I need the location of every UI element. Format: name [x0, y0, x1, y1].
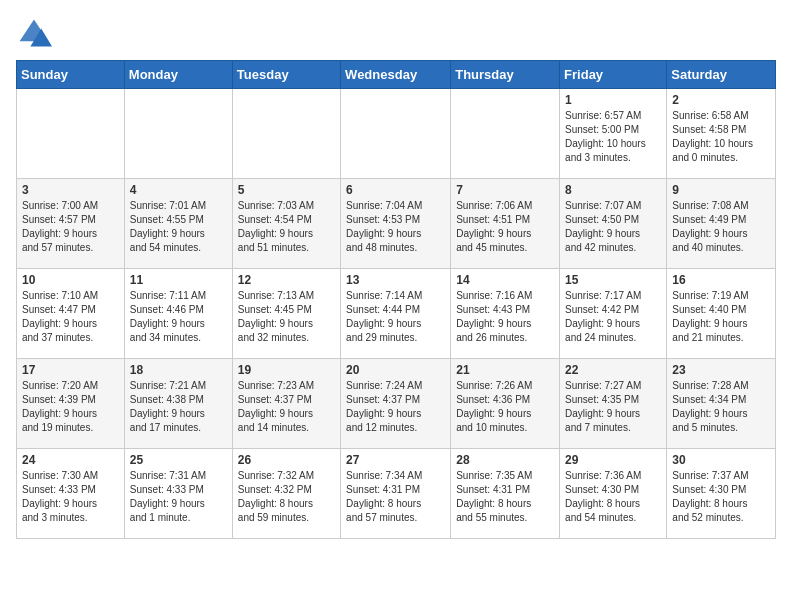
day-info: Sunrise: 7:00 AM Sunset: 4:57 PM Dayligh…	[22, 199, 119, 255]
calendar-cell: 28Sunrise: 7:35 AM Sunset: 4:31 PM Dayli…	[451, 449, 560, 539]
day-info: Sunrise: 6:57 AM Sunset: 5:00 PM Dayligh…	[565, 109, 661, 165]
calendar-header-saturday: Saturday	[667, 61, 776, 89]
day-info: Sunrise: 7:20 AM Sunset: 4:39 PM Dayligh…	[22, 379, 119, 435]
calendar-cell: 20Sunrise: 7:24 AM Sunset: 4:37 PM Dayli…	[341, 359, 451, 449]
day-number: 9	[672, 183, 770, 197]
day-info: Sunrise: 7:36 AM Sunset: 4:30 PM Dayligh…	[565, 469, 661, 525]
day-info: Sunrise: 7:03 AM Sunset: 4:54 PM Dayligh…	[238, 199, 335, 255]
calendar-cell: 23Sunrise: 7:28 AM Sunset: 4:34 PM Dayli…	[667, 359, 776, 449]
day-number: 28	[456, 453, 554, 467]
calendar-week-4: 17Sunrise: 7:20 AM Sunset: 4:39 PM Dayli…	[17, 359, 776, 449]
day-info: Sunrise: 7:10 AM Sunset: 4:47 PM Dayligh…	[22, 289, 119, 345]
calendar-cell	[232, 89, 340, 179]
day-info: Sunrise: 7:28 AM Sunset: 4:34 PM Dayligh…	[672, 379, 770, 435]
calendar-header-friday: Friday	[560, 61, 667, 89]
day-info: Sunrise: 7:24 AM Sunset: 4:37 PM Dayligh…	[346, 379, 445, 435]
calendar-cell: 12Sunrise: 7:13 AM Sunset: 4:45 PM Dayli…	[232, 269, 340, 359]
calendar-week-5: 24Sunrise: 7:30 AM Sunset: 4:33 PM Dayli…	[17, 449, 776, 539]
day-number: 7	[456, 183, 554, 197]
day-number: 15	[565, 273, 661, 287]
calendar-cell	[124, 89, 232, 179]
calendar-cell: 13Sunrise: 7:14 AM Sunset: 4:44 PM Dayli…	[341, 269, 451, 359]
calendar-cell: 1Sunrise: 6:57 AM Sunset: 5:00 PM Daylig…	[560, 89, 667, 179]
calendar-cell	[451, 89, 560, 179]
calendar: SundayMondayTuesdayWednesdayThursdayFrid…	[16, 60, 776, 539]
calendar-cell: 2Sunrise: 6:58 AM Sunset: 4:58 PM Daylig…	[667, 89, 776, 179]
day-info: Sunrise: 7:32 AM Sunset: 4:32 PM Dayligh…	[238, 469, 335, 525]
calendar-header-tuesday: Tuesday	[232, 61, 340, 89]
calendar-header-sunday: Sunday	[17, 61, 125, 89]
calendar-cell: 29Sunrise: 7:36 AM Sunset: 4:30 PM Dayli…	[560, 449, 667, 539]
calendar-cell: 22Sunrise: 7:27 AM Sunset: 4:35 PM Dayli…	[560, 359, 667, 449]
day-info: Sunrise: 7:13 AM Sunset: 4:45 PM Dayligh…	[238, 289, 335, 345]
day-info: Sunrise: 7:01 AM Sunset: 4:55 PM Dayligh…	[130, 199, 227, 255]
day-number: 18	[130, 363, 227, 377]
calendar-cell: 19Sunrise: 7:23 AM Sunset: 4:37 PM Dayli…	[232, 359, 340, 449]
day-number: 6	[346, 183, 445, 197]
day-info: Sunrise: 6:58 AM Sunset: 4:58 PM Dayligh…	[672, 109, 770, 165]
calendar-cell: 11Sunrise: 7:11 AM Sunset: 4:46 PM Dayli…	[124, 269, 232, 359]
day-number: 23	[672, 363, 770, 377]
day-info: Sunrise: 7:08 AM Sunset: 4:49 PM Dayligh…	[672, 199, 770, 255]
day-number: 2	[672, 93, 770, 107]
calendar-cell: 18Sunrise: 7:21 AM Sunset: 4:38 PM Dayli…	[124, 359, 232, 449]
day-number: 25	[130, 453, 227, 467]
day-info: Sunrise: 7:21 AM Sunset: 4:38 PM Dayligh…	[130, 379, 227, 435]
day-info: Sunrise: 7:14 AM Sunset: 4:44 PM Dayligh…	[346, 289, 445, 345]
day-info: Sunrise: 7:06 AM Sunset: 4:51 PM Dayligh…	[456, 199, 554, 255]
calendar-cell	[341, 89, 451, 179]
calendar-cell: 21Sunrise: 7:26 AM Sunset: 4:36 PM Dayli…	[451, 359, 560, 449]
day-number: 4	[130, 183, 227, 197]
day-number: 30	[672, 453, 770, 467]
day-number: 5	[238, 183, 335, 197]
logo	[16, 16, 56, 52]
calendar-cell: 25Sunrise: 7:31 AM Sunset: 4:33 PM Dayli…	[124, 449, 232, 539]
calendar-cell: 7Sunrise: 7:06 AM Sunset: 4:51 PM Daylig…	[451, 179, 560, 269]
day-number: 11	[130, 273, 227, 287]
day-number: 16	[672, 273, 770, 287]
day-number: 20	[346, 363, 445, 377]
day-info: Sunrise: 7:37 AM Sunset: 4:30 PM Dayligh…	[672, 469, 770, 525]
day-info: Sunrise: 7:35 AM Sunset: 4:31 PM Dayligh…	[456, 469, 554, 525]
calendar-cell: 16Sunrise: 7:19 AM Sunset: 4:40 PM Dayli…	[667, 269, 776, 359]
day-info: Sunrise: 7:30 AM Sunset: 4:33 PM Dayligh…	[22, 469, 119, 525]
calendar-cell: 17Sunrise: 7:20 AM Sunset: 4:39 PM Dayli…	[17, 359, 125, 449]
logo-icon	[16, 16, 52, 52]
day-number: 10	[22, 273, 119, 287]
calendar-week-3: 10Sunrise: 7:10 AM Sunset: 4:47 PM Dayli…	[17, 269, 776, 359]
calendar-cell: 4Sunrise: 7:01 AM Sunset: 4:55 PM Daylig…	[124, 179, 232, 269]
day-info: Sunrise: 7:23 AM Sunset: 4:37 PM Dayligh…	[238, 379, 335, 435]
day-number: 26	[238, 453, 335, 467]
calendar-header-wednesday: Wednesday	[341, 61, 451, 89]
day-number: 8	[565, 183, 661, 197]
calendar-cell: 6Sunrise: 7:04 AM Sunset: 4:53 PM Daylig…	[341, 179, 451, 269]
day-info: Sunrise: 7:11 AM Sunset: 4:46 PM Dayligh…	[130, 289, 227, 345]
day-info: Sunrise: 7:04 AM Sunset: 4:53 PM Dayligh…	[346, 199, 445, 255]
day-number: 22	[565, 363, 661, 377]
day-number: 12	[238, 273, 335, 287]
day-number: 13	[346, 273, 445, 287]
day-info: Sunrise: 7:34 AM Sunset: 4:31 PM Dayligh…	[346, 469, 445, 525]
day-number: 27	[346, 453, 445, 467]
day-info: Sunrise: 7:26 AM Sunset: 4:36 PM Dayligh…	[456, 379, 554, 435]
day-info: Sunrise: 7:19 AM Sunset: 4:40 PM Dayligh…	[672, 289, 770, 345]
calendar-cell	[17, 89, 125, 179]
calendar-cell: 15Sunrise: 7:17 AM Sunset: 4:42 PM Dayli…	[560, 269, 667, 359]
calendar-cell: 9Sunrise: 7:08 AM Sunset: 4:49 PM Daylig…	[667, 179, 776, 269]
day-info: Sunrise: 7:27 AM Sunset: 4:35 PM Dayligh…	[565, 379, 661, 435]
calendar-header-monday: Monday	[124, 61, 232, 89]
calendar-cell: 30Sunrise: 7:37 AM Sunset: 4:30 PM Dayli…	[667, 449, 776, 539]
day-number: 17	[22, 363, 119, 377]
calendar-cell: 10Sunrise: 7:10 AM Sunset: 4:47 PM Dayli…	[17, 269, 125, 359]
day-info: Sunrise: 7:16 AM Sunset: 4:43 PM Dayligh…	[456, 289, 554, 345]
calendar-cell: 5Sunrise: 7:03 AM Sunset: 4:54 PM Daylig…	[232, 179, 340, 269]
calendar-cell: 27Sunrise: 7:34 AM Sunset: 4:31 PM Dayli…	[341, 449, 451, 539]
calendar-cell: 3Sunrise: 7:00 AM Sunset: 4:57 PM Daylig…	[17, 179, 125, 269]
calendar-week-2: 3Sunrise: 7:00 AM Sunset: 4:57 PM Daylig…	[17, 179, 776, 269]
calendar-header-thursday: Thursday	[451, 61, 560, 89]
calendar-header-row: SundayMondayTuesdayWednesdayThursdayFrid…	[17, 61, 776, 89]
calendar-cell: 24Sunrise: 7:30 AM Sunset: 4:33 PM Dayli…	[17, 449, 125, 539]
calendar-cell: 26Sunrise: 7:32 AM Sunset: 4:32 PM Dayli…	[232, 449, 340, 539]
calendar-body: 1Sunrise: 6:57 AM Sunset: 5:00 PM Daylig…	[17, 89, 776, 539]
day-info: Sunrise: 7:31 AM Sunset: 4:33 PM Dayligh…	[130, 469, 227, 525]
